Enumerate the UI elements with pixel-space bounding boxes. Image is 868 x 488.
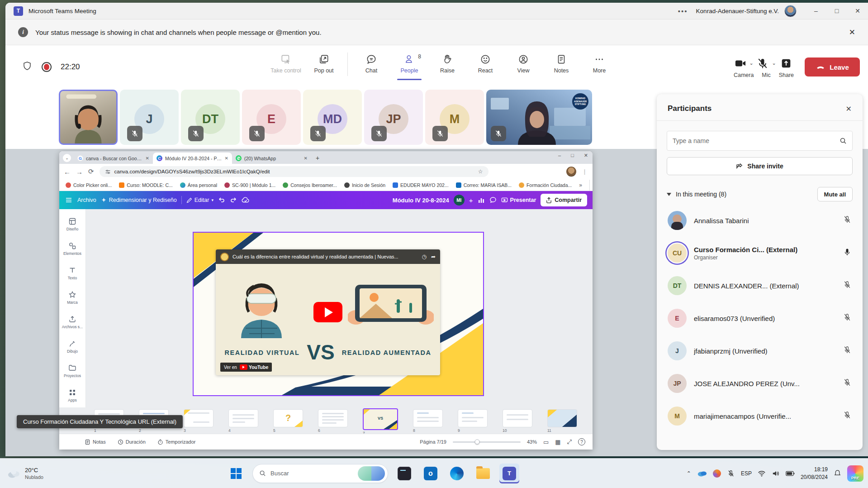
bookmarks-overflow-icon[interactable]: » [579,182,582,188]
chrome-restore-icon[interactable]: □ [571,153,574,158]
canva-doc-title[interactable]: Módulo IV 20-8-2024 [393,197,449,204]
sidebar-item-dibujo[interactable]: Dibujo [59,334,85,359]
zoom-slider[interactable] [453,441,521,443]
leave-button[interactable]: Leave [805,57,860,77]
slide-thumbnail-9[interactable]: 9 [458,409,488,433]
presentar-button[interactable]: Presentar [501,197,536,203]
youtube-play-button[interactable] [313,302,342,322]
chrome-tab-google[interactable]: G canva - Buscar con Google✕ [74,153,153,164]
account-avatar[interactable] [784,5,797,17]
video-tile-annalissa[interactable]: KONRAD ADENAUER STIFTUNG [486,90,592,145]
mic-control[interactable]: ⌄ Mic [756,56,776,78]
react-button[interactable]: React [466,50,504,74]
presentation-view-icon[interactable]: ▭ [543,439,549,445]
forward-icon[interactable]: → [76,168,83,176]
section-collapse-icon[interactable] [667,193,671,196]
zoom-slider-knob[interactable] [474,440,479,445]
notes-toggle[interactable]: Notas [85,439,106,445]
sidebar-item-marca[interactable]: Marca [59,285,85,310]
watch-on-youtube-chip[interactable]: Ver en YouTube [220,363,272,372]
fullscreen-icon[interactable]: ⤢ [567,438,572,445]
tray-chevron-icon[interactable]: ⌃ [687,470,691,477]
close-button[interactable]: ✕ [847,3,868,19]
watch-later-icon[interactable]: ◷ [422,254,426,260]
channel-avatar[interactable] [220,253,229,261]
participant-row-mariajimena[interactable]: M mariajimenacampos (Unverifie... [657,400,863,432]
bookmark-item[interactable]: Inicio de Sesión [344,182,385,188]
participant-row-dennis[interactable]: DT DENNIS ALEXANDER... (External) [657,269,863,302]
participant-mic-muted-icon[interactable] [843,280,852,291]
taskbar-clock[interactable]: 18:19 20/08/2024 [801,466,828,480]
battery-icon[interactable] [786,471,795,476]
bookmark-item[interactable]: Correo: MARIA ISAB... [456,182,512,188]
participant-mic-muted-icon[interactable] [843,411,852,421]
sidebar-item-archivos[interactable]: Archivos s... [59,310,85,334]
tab-search-icon[interactable]: ⌄ [63,154,71,162]
undo-icon[interactable] [218,196,225,204]
compartir-button[interactable]: Compartir [541,194,587,206]
volume-icon[interactable] [772,470,780,477]
banner-close-icon[interactable]: ✕ [849,28,855,37]
avatar-tile-jp[interactable]: JP [364,90,423,145]
taskbar-app-edge[interactable] [447,464,467,483]
slide-thumbnail-7-selected[interactable]: VS 7 [363,408,398,435]
reload-icon[interactable]: ⟳ [88,167,94,176]
pop-out-button[interactable]: Pop out [305,50,343,74]
address-bar[interactable]: canva.com/design/DAGOYsS46zw/t9js3Dz3ELm… [100,166,489,177]
sidebar-item-elementos[interactable]: Elementos [59,236,85,261]
help-icon[interactable]: ? [578,438,585,445]
avatar-tile-md[interactable]: MD [303,90,362,145]
video-tile-speaker[interactable] [59,90,118,145]
wifi-icon[interactable] [758,470,766,477]
participant-row-jose[interactable]: JP JOSE ALEJANDRO PEREZ (Unv... [657,367,863,400]
comments-icon[interactable] [489,196,497,204]
sidebar-item-texto[interactable]: Texto [59,261,85,285]
tab-close-icon[interactable]: ✕ [146,156,149,161]
all-bookmarks-folder[interactable]: Todos los marcadores [589,180,593,191]
participant-row-elisaramos[interactable]: E elisaramos073 (Unverified) [657,302,863,335]
participant-mic-muted-icon[interactable] [843,378,852,389]
redo-icon[interactable] [230,196,237,204]
taskbar-app-outlook[interactable]: o [421,464,441,483]
canva-resize-menu[interactable]: Redimensionar y Rediseño [101,197,177,203]
account-name[interactable]: Konrad-Adenauer-Stiftung e.V. [696,8,779,14]
canva-slide[interactable]: Cuál es la diferencia entre realidad vir… [194,233,483,395]
search-input[interactable] [673,137,840,144]
youtube-video-title[interactable]: Cuál es la diferencia entre realidad vir… [232,254,418,259]
minimize-button[interactable]: – [806,3,826,19]
participant-mic-on-icon[interactable] [843,248,852,258]
slide-thumbnail-8[interactable]: 8 [413,409,443,433]
slide-thumbnail-10[interactable]: 10 [503,409,532,433]
raise-hand-button[interactable]: Raise [428,50,466,74]
chat-button[interactable]: Chat [352,50,390,74]
maximize-button[interactable]: □ [826,3,847,19]
chrome-tab-whatsapp[interactable]: ✆ (20) WhatsApp✕ [232,153,311,164]
bookmark-item[interactable]: Color Picker onli... [66,182,112,188]
chrome-profile-avatar[interactable] [566,167,576,177]
language-indicator[interactable]: ESP [741,470,752,477]
titlebar-more-icon[interactable]: ••• [678,7,688,15]
panel-close-icon[interactable]: ✕ [846,105,852,113]
zoom-level[interactable]: 43% [527,439,537,445]
sidebar-item-proyectos[interactable]: Proyectos [59,359,85,383]
taskbar-app-darkwindow[interactable] [394,464,414,483]
tab-close-icon[interactable]: ✕ [225,156,228,161]
chrome-close-icon[interactable]: ✕ [584,153,588,158]
slide-thumbnail-5[interactable]: ? 5 [273,409,303,433]
canva-editar-menu[interactable]: Editar▾ [186,197,213,203]
search-highlight-art[interactable] [358,466,385,481]
onedrive-icon[interactable] [697,470,707,477]
slide-thumbnail-6[interactable]: 6 [318,409,348,433]
avatar-tile-e[interactable]: E [242,90,301,145]
slide-thumbnail-3[interactable]: 3 [184,409,213,433]
taskbar-search[interactable]: Buscar [252,464,388,483]
bookmark-item[interactable]: Consejos Iberoamer... [283,182,337,188]
participant-row-annalissa[interactable]: Annalissa Tabarini [657,204,863,237]
bookmark-item[interactable]: Área personal [180,182,217,188]
people-button[interactable]: 8 People [390,50,428,74]
share-invite-button[interactable]: Share invite [667,157,853,175]
weather-widget[interactable]: 20°C Nublado [6,459,43,488]
avatar-tile-dt[interactable]: DT [181,90,240,145]
view-button[interactable]: View [504,50,542,74]
tab-close-icon[interactable]: ✕ [304,156,308,161]
